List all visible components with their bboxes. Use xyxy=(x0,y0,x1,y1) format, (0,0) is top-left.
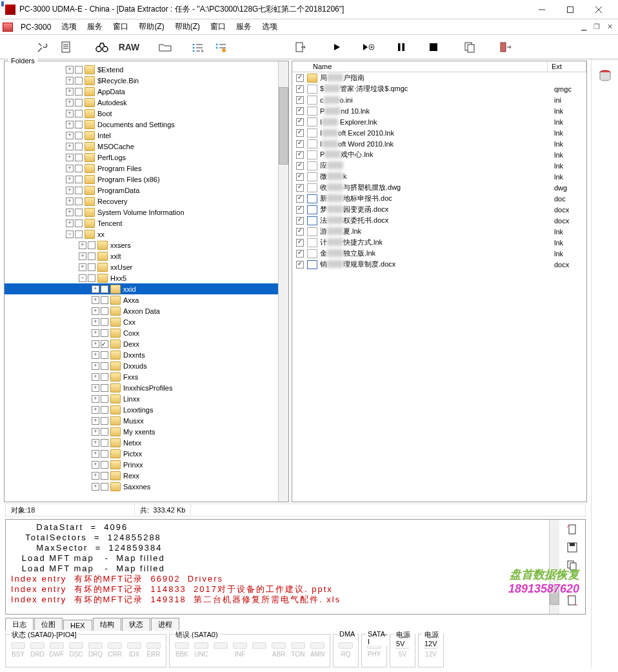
log-delete-icon[interactable] xyxy=(565,593,579,607)
tools-icon[interactable] xyxy=(31,38,54,56)
checkbox[interactable] xyxy=(101,307,108,315)
tree-row[interactable]: + Dxxuds xyxy=(5,360,278,371)
file-row[interactable]: 法xx权委托书.docx docx xyxy=(292,215,586,226)
mdi-close-icon[interactable]: ✕ xyxy=(604,22,615,32)
tree-row[interactable]: + Saxxnes xyxy=(5,481,278,492)
document-icon[interactable] xyxy=(54,38,77,56)
checkbox[interactable] xyxy=(101,340,108,348)
checkbox[interactable] xyxy=(88,241,95,249)
checkbox[interactable] xyxy=(88,263,95,271)
expander-icon[interactable]: + xyxy=(92,340,99,348)
tree-row[interactable]: + $Recycle.Bin xyxy=(5,75,278,86)
checkbox[interactable] xyxy=(101,483,108,491)
tree-row[interactable]: + Axxon Data xyxy=(5,305,278,316)
checkbox[interactable] xyxy=(296,195,304,203)
tree-row[interactable]: + Rexx xyxy=(5,470,278,481)
file-row[interactable]: 梦xx园变更函.docx docx xyxy=(292,204,586,215)
expander-icon[interactable]: + xyxy=(66,187,74,194)
expander-icon[interactable]: + xyxy=(92,395,99,403)
expander-icon[interactable]: + xyxy=(79,241,86,249)
checkbox[interactable] xyxy=(101,329,108,337)
exit-icon[interactable] xyxy=(494,38,517,56)
checkbox[interactable] xyxy=(296,250,304,258)
tree-row[interactable]: + Musxx xyxy=(5,415,278,426)
tree-row[interactable]: + AppData xyxy=(5,86,278,97)
expander-icon[interactable]: + xyxy=(92,450,99,458)
file-row[interactable]: 金xx独立版.lnk lnk xyxy=(292,248,586,259)
expander-icon[interactable]: + xyxy=(79,263,86,271)
tree-row[interactable]: + Recovery xyxy=(5,196,278,207)
checkbox[interactable] xyxy=(101,318,108,326)
checkbox[interactable] xyxy=(75,66,83,74)
expander-icon[interactable]: + xyxy=(66,132,74,139)
expander-icon[interactable]: + xyxy=(92,439,99,447)
log-text[interactable]: DataStart = 4096 TotalSectors = 12485528… xyxy=(6,520,549,614)
expander-icon[interactable]: + xyxy=(92,483,99,491)
file-row[interactable]: Ixx Explorer.lnk lnk xyxy=(292,116,586,127)
tree-row[interactable]: − xx xyxy=(5,229,278,239)
tree-row[interactable]: + Boot xyxy=(5,108,278,119)
tree-row[interactable]: + Dexx xyxy=(5,338,278,349)
tab-结构[interactable]: 结构 xyxy=(93,618,121,631)
checkbox[interactable] xyxy=(101,417,108,425)
expander-icon[interactable]: + xyxy=(66,198,74,205)
tree-row[interactable]: + PerfLogs xyxy=(5,152,278,163)
expander-icon[interactable]: + xyxy=(92,329,99,337)
tree-row[interactable]: + xxlt xyxy=(5,250,278,261)
tree-row[interactable]: + System Volume Information xyxy=(5,207,278,218)
minimize-button[interactable] xyxy=(528,1,556,19)
checkbox[interactable] xyxy=(296,184,304,192)
tree-row[interactable]: + InxxhicsProfiles xyxy=(5,382,278,393)
expander-icon[interactable]: + xyxy=(66,77,74,85)
checkbox[interactable] xyxy=(296,96,304,104)
tree-row[interactable]: + Autodesk xyxy=(5,97,278,108)
folder-open-icon[interactable] xyxy=(154,38,177,56)
tree-row[interactable]: + xxid xyxy=(5,283,278,294)
expander-icon[interactable]: + xyxy=(92,285,99,293)
checkbox[interactable] xyxy=(88,274,95,282)
expander-icon[interactable]: + xyxy=(92,351,99,359)
file-row[interactable]: 计xx快捷方式.lnk lnk xyxy=(292,237,586,248)
file-row[interactable]: Pxxnd 10.lnk lnk xyxy=(292,105,586,116)
checkbox[interactable] xyxy=(101,351,108,359)
file-row[interactable]: cxxo.ini ini xyxy=(292,94,586,105)
file-row[interactable]: Pxx戏中心.lnk lnk xyxy=(292,149,586,160)
log-scrollbar[interactable] xyxy=(549,520,559,614)
tree-row[interactable]: + Cxx xyxy=(5,316,278,327)
file-row[interactable]: Ixxoft Excel 2010.lnk lnk xyxy=(292,127,586,138)
log-copy-icon[interactable] xyxy=(565,558,579,573)
expander-icon[interactable]: + xyxy=(92,428,99,436)
export-icon[interactable] xyxy=(289,38,312,56)
expander-icon[interactable]: + xyxy=(92,362,99,370)
checkbox[interactable] xyxy=(296,228,304,236)
checkbox[interactable] xyxy=(296,151,304,159)
maximize-button[interactable] xyxy=(556,1,584,19)
tree-row[interactable]: + xxUser xyxy=(5,261,278,272)
checkbox[interactable] xyxy=(75,165,83,172)
drive-icon[interactable] xyxy=(597,67,613,84)
expander-icon[interactable]: + xyxy=(92,318,99,326)
checkbox[interactable] xyxy=(75,154,83,161)
expander-icon[interactable]: − xyxy=(79,274,86,282)
expander-icon[interactable]: + xyxy=(92,461,99,469)
col-ext[interactable]: Ext xyxy=(548,61,586,72)
expander-icon[interactable]: + xyxy=(92,373,99,381)
file-header[interactable]: Name Ext xyxy=(292,61,586,72)
expander-icon[interactable]: + xyxy=(66,165,74,172)
checkbox[interactable] xyxy=(296,217,304,225)
expander-icon[interactable]: + xyxy=(66,176,74,183)
checkbox[interactable] xyxy=(296,162,304,170)
tree-row[interactable]: + Intel xyxy=(5,130,278,141)
tab-状态[interactable]: 状态 xyxy=(122,618,150,631)
checkbox[interactable] xyxy=(75,132,83,139)
expander-icon[interactable]: + xyxy=(66,99,74,107)
checkbox[interactable] xyxy=(101,296,108,304)
tree-row[interactable]: + Loxxtings xyxy=(5,404,278,415)
menu-item[interactable]: 帮助(Z) xyxy=(134,20,169,34)
expander-icon[interactable]: + xyxy=(66,121,74,128)
checkbox[interactable] xyxy=(101,428,108,436)
expander-icon[interactable]: + xyxy=(79,252,86,260)
tab-HEX[interactable]: HEX xyxy=(63,620,92,631)
copy-icon[interactable] xyxy=(458,38,481,56)
menu-item[interactable]: 选项 xyxy=(56,20,82,34)
